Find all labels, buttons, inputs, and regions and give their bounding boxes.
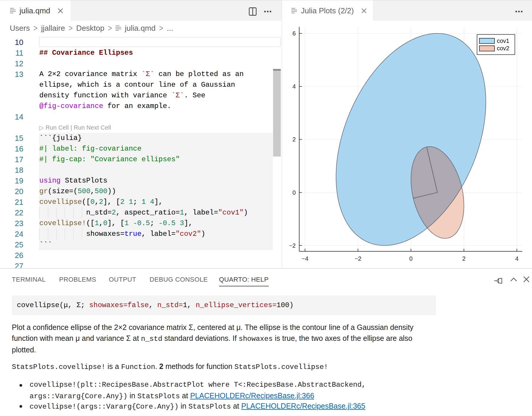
svg-text:0: 0: [292, 189, 296, 196]
svg-text:−4: −4: [302, 255, 309, 262]
svg-text:4: 4: [292, 83, 296, 90]
svg-text:2: 2: [292, 136, 296, 143]
svg-text:0: 0: [409, 255, 413, 262]
svg-text:cov1: cov1: [497, 38, 509, 44]
svg-text:2: 2: [462, 255, 466, 262]
svg-text:−2: −2: [355, 255, 361, 262]
svg-text:6: 6: [292, 30, 296, 37]
svg-text:cov2: cov2: [497, 45, 509, 51]
svg-text:−2: −2: [289, 242, 296, 249]
svg-text:4: 4: [515, 255, 518, 262]
